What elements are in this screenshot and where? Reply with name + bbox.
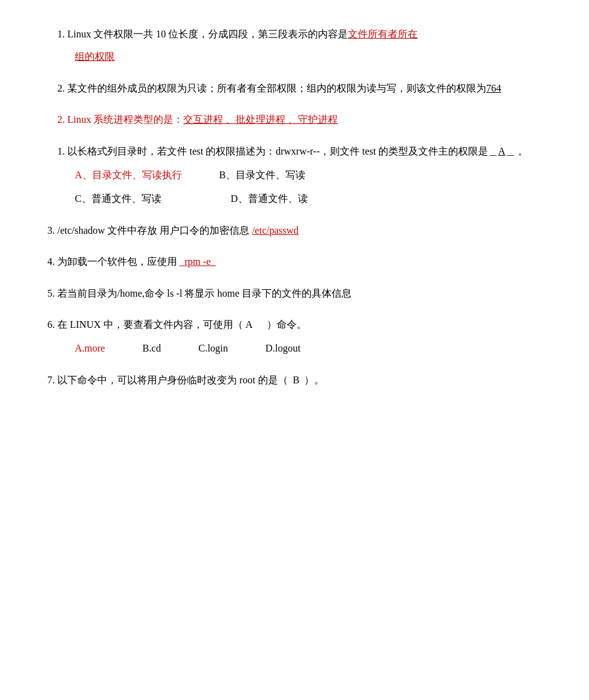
q3-answer: 交互进程 、批处理进程 、守护进程 — [183, 114, 338, 125]
q1-answer-line2: 组的权限 — [75, 51, 115, 62]
question-5: 3. /etc/shadow 文件中存放 用户口令的加密信息 /etc/pass… — [37, 221, 552, 240]
q1-text: 1. Linux 文件权限一共 10 位长度，分成四段，第三段表示的内容是文件所… — [37, 25, 552, 44]
q4-text: 1. 以长格式列目录时，若文件 test 的权限描述为：drwxrw-r--，则… — [37, 142, 552, 161]
q8-text: 6. 在 LINUX 中，要查看文件内容，可使用（ A ）命令。 — [37, 315, 552, 334]
q6-text: 4. 为卸载一个软件包，应使用 _rpm -e_ — [37, 252, 552, 271]
main-content: 1. Linux 文件权限一共 10 位长度，分成四段，第三段表示的内容是文件所… — [37, 25, 552, 390]
question-3: 2. Linux 系统进程类型的是：交互进程 、批处理进程 、守护进程 — [37, 110, 552, 129]
q3-text: 2. Linux 系统进程类型的是：交互进程 、批处理进程 、守护进程 — [37, 110, 552, 129]
q5-answer: /etc/passwd — [252, 225, 299, 236]
q2-answer: 764 — [486, 83, 501, 93]
q6-answer: _rpm -e_ — [180, 256, 216, 267]
question-6: 4. 为卸载一个软件包，应使用 _rpm -e_ — [37, 252, 552, 271]
q8-option-d: D.logout — [266, 339, 300, 358]
q9-text: 7. 以下命令中，可以将用户身份临时改变为 root 的是（ B ）。 — [37, 371, 552, 390]
q4-option-a: A、目录文件、写读执行 — [75, 166, 182, 185]
q5-text: 3. /etc/shadow 文件中存放 用户口令的加密信息 /etc/pass… — [37, 221, 552, 240]
q7-text: 5. 若当前目录为/home,命令 ls -l 将显示 home 目录下的文件的… — [37, 284, 552, 303]
q4-option-b: B、目录文件、写读 — [219, 166, 319, 185]
q8-option-a: A.more — [75, 339, 105, 358]
question-2: 2. 某文件的组外成员的权限为只读；所有者有全部权限；组内的权限为读与写，则该文… — [37, 79, 552, 98]
q1-answer-cont: 组的权限 — [37, 47, 552, 66]
q1-number: 1. Linux 文件权限一共 10 位长度，分成四段，第三段表示的内容是 — [57, 29, 348, 39]
question-1: 1. Linux 文件权限一共 10 位长度，分成四段，第三段表示的内容是文件所… — [37, 25, 552, 67]
q4-option-c: C、普通文件、写读 — [75, 189, 175, 208]
q8-option-b: B.cd — [142, 339, 161, 358]
q4-answer: A — [498, 146, 505, 156]
question-8: 6. 在 LINUX 中，要查看文件内容，可使用（ A ）命令。 A.more … — [37, 315, 552, 358]
question-9: 7. 以下命令中，可以将用户身份临时改变为 root 的是（ B ）。 — [37, 371, 552, 390]
question-4: 1. 以长格式列目录时，若文件 test 的权限描述为：drwxrw-r--，则… — [37, 142, 552, 209]
question-7: 5. 若当前目录为/home,命令 ls -l 将显示 home 目录下的文件的… — [37, 284, 552, 303]
q4-option-d: D、普通文件、读 — [212, 189, 312, 208]
q8-options: A.more B.cd C.login D.logout — [75, 339, 552, 358]
q3-number: 2. Linux 系统进程类型的是： — [57, 114, 183, 125]
q4-options-row2: C、普通文件、写读 D、普通文件、读 — [75, 189, 552, 208]
q1-answer: 文件所有者所在 — [348, 29, 418, 39]
q2-text: 2. 某文件的组外成员的权限为只读；所有者有全部权限；组内的权限为读与写，则该文… — [37, 79, 552, 98]
q8-option-c: C.login — [198, 339, 228, 358]
q4-options: A、目录文件、写读执行 B、目录文件、写读 — [75, 166, 552, 185]
